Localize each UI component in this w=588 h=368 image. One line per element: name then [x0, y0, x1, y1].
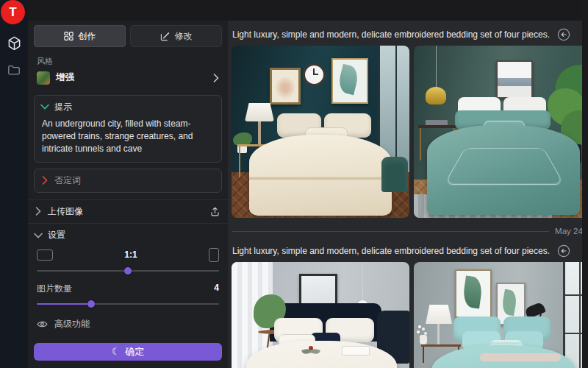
prompt-box[interactable]: 提示 An underground city, filled with stea… — [34, 95, 222, 163]
date-label: May 24, — [555, 227, 582, 236]
generation-prompt-text: Light luxury, simple and modern, delicat… — [232, 29, 550, 40]
advanced-features-row[interactable]: 高级功能 — [37, 318, 219, 330]
embroidery-flower — [309, 346, 313, 350]
generation-panel: 创作 修改 风格 增强 提示 An under — [28, 21, 228, 368]
window-mullion — [579, 262, 581, 368]
style-selector[interactable]: 增强 — [37, 71, 219, 85]
prompt-label: 提示 — [54, 101, 72, 113]
side-table-leg — [239, 146, 240, 177]
pendant-cord — [436, 46, 437, 88]
divider-line — [232, 231, 549, 232]
tab-create[interactable]: 创作 — [34, 25, 126, 47]
generated-image[interactable] — [414, 262, 582, 368]
portrait-ratio-icon[interactable] — [209, 248, 219, 262]
pendant-cord — [362, 262, 363, 302]
bed-duvet — [249, 135, 392, 216]
flowers-white — [418, 325, 421, 328]
window-mullion — [565, 294, 582, 296]
image-count-value: 4 — [214, 283, 219, 295]
duvet-seam — [444, 148, 565, 185]
chevron-right-icon — [35, 207, 41, 216]
table-lamp-stand — [437, 324, 440, 344]
style-section-label: 风格 — [37, 56, 219, 67]
slider-thumb[interactable] — [124, 267, 132, 275]
prompt-row-1: Light luxury, simple and modern, delicat… — [232, 28, 578, 41]
side-table — [418, 125, 456, 128]
eye-icon — [37, 320, 48, 328]
landscape-ratio-icon[interactable] — [37, 250, 53, 261]
image-grid-row-1 — [232, 46, 582, 218]
top-header-bar — [0, 0, 588, 21]
app-logo[interactable]: T — [1, 0, 25, 24]
style-preview-thumbnail — [37, 71, 50, 85]
throw-blanket — [480, 353, 561, 361]
tab-modify-label: 修改 — [175, 30, 193, 43]
wall-clock — [303, 63, 326, 86]
side-table-leg — [420, 128, 421, 160]
style-value: 增强 — [56, 71, 207, 84]
armchair — [381, 157, 408, 192]
tab-create-label: 创作 — [79, 30, 96, 43]
table-lamp-shade — [245, 103, 274, 121]
chevron-down-icon — [40, 104, 49, 110]
generated-image[interactable] — [232, 262, 409, 368]
aspect-ratio-row: 1:1 — [37, 248, 219, 262]
app-window: T 创作 修改 风格 增强 — [0, 0, 588, 368]
upload-image-label: 上传图像 — [48, 205, 203, 218]
side-table — [421, 344, 461, 347]
nav-rail — [0, 0, 28, 368]
chevron-down-icon — [34, 233, 43, 238]
window-mullion — [565, 333, 582, 334]
prompt-input[interactable]: An underground city, filled with steam-p… — [42, 118, 214, 155]
edit-icon — [160, 32, 170, 41]
divider — [28, 199, 228, 200]
date-divider: May 24, — [232, 227, 582, 236]
folder-icon[interactable] — [0, 59, 28, 81]
image-count-row: 图片数量 4 — [37, 283, 219, 295]
books — [426, 120, 448, 125]
art-frame-feather — [270, 68, 301, 105]
negative-prompt-label: 否定词 — [54, 174, 81, 187]
settings-label: 设置 — [48, 229, 220, 241]
image-grid-row-2 — [232, 262, 582, 368]
right-edge-strip — [582, 0, 588, 368]
circle-back-arrow-icon[interactable] — [557, 244, 570, 258]
pendant-lamp-brass — [426, 87, 446, 105]
prompt-row-2: Light luxury, simple and modern, delicat… — [232, 244, 578, 258]
confirm-button-label: 确定 — [125, 345, 144, 358]
image-count-label: 图片数量 — [37, 283, 72, 295]
generation-prompt-text: Light luxury, simple and modern, delicat… — [232, 246, 550, 256]
advanced-features-label: 高级功能 — [54, 318, 90, 330]
settings-row[interactable]: 设置 — [35, 227, 220, 244]
image-count-slider[interactable] — [37, 299, 219, 308]
cube-icon[interactable] — [0, 32, 28, 54]
crescent-icon: ☾ — [112, 346, 121, 357]
negative-prompt-box[interactable]: 否定词 — [34, 169, 222, 193]
divider — [28, 223, 228, 224]
book-stack — [342, 346, 370, 355]
chevron-right-icon — [213, 74, 219, 82]
upload-image-row[interactable]: 上传图像 — [35, 204, 220, 220]
mode-tabs: 创作 修改 — [34, 25, 222, 47]
generated-image[interactable] — [414, 46, 582, 218]
upload-icon[interactable] — [209, 206, 220, 217]
slider-fill — [37, 303, 91, 305]
vase — [420, 335, 427, 344]
aspect-ratio-slider[interactable] — [37, 266, 219, 275]
generated-image[interactable] — [232, 46, 409, 218]
grid-icon — [64, 32, 74, 41]
art-frame — [496, 60, 533, 99]
aspect-ratio-value: 1:1 — [53, 250, 209, 260]
chevron-right-icon — [42, 176, 48, 185]
side-table-leg — [423, 347, 424, 363]
gallery-area: Light luxury, simple and modern, delicat… — [228, 21, 582, 368]
confirm-button[interactable]: ☾ 确定 — [34, 343, 222, 361]
slider-thumb[interactable] — [87, 300, 95, 308]
table-lamp-shade — [426, 305, 452, 324]
circle-back-arrow-icon[interactable] — [557, 28, 570, 41]
tab-modify[interactable]: 修改 — [130, 25, 222, 47]
table-lamp-stand — [258, 121, 261, 144]
